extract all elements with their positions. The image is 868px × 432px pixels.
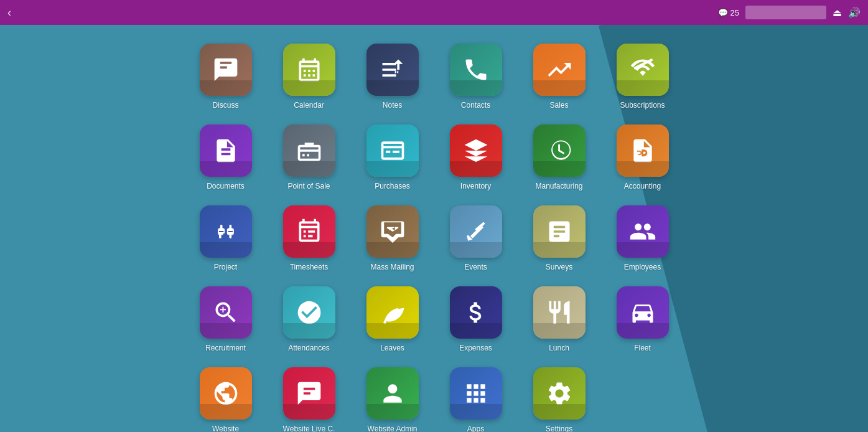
discuss-icon [200,44,252,96]
notes-icon [366,44,419,96]
app-item-documents[interactable]: Documents [189,124,263,199]
sales-label: Sales [549,101,568,110]
accounting-icon [617,124,669,177]
lunch-icon [533,286,586,339]
documents-icon [200,124,252,177]
pos-label: Point of Sale [287,182,330,190]
app-item-calendar[interactable]: Calendar [272,44,347,118]
project-label: Project [214,263,237,271]
timesheets-label: Timesheets [290,263,329,271]
app-item-pos[interactable]: Point of Sale [272,124,347,199]
purchases-label: Purchases [375,182,410,190]
attendances-label: Attendances [288,344,330,352]
app-item-manufacturing[interactable]: Manufacturing [522,124,597,199]
apps-label: Apps [467,425,484,432]
lunch-label: Lunch [549,344,569,352]
app-item-accounting[interactable]: Accounting [605,124,680,199]
project-icon [200,205,252,258]
contacts-label: Contacts [461,101,490,110]
app-item-subscriptions[interactable]: Subscriptions [605,44,680,118]
topbar: ‹ 💬 25 ⏏ 🔊 [0,0,868,25]
expenses-icon [450,286,502,339]
app-item-events[interactable]: Events [439,205,513,280]
inventory-icon [450,124,502,177]
websiteadmin-label: Website Admin [368,425,418,432]
back-button[interactable]: ‹ [7,6,11,19]
app-item-recruitment[interactable]: Recruitment [189,286,263,361]
recruitment-icon [200,286,252,339]
settings-icon [533,367,586,420]
messages-badge[interactable]: 💬 25 [718,8,739,17]
app-item-attendances[interactable]: Attendances [272,286,347,361]
timesheets-icon [283,205,335,258]
app-item-discuss[interactable]: Discuss [189,44,263,118]
app-item-websitelive[interactable]: Website Live C. [272,367,347,432]
app-item-purchases[interactable]: Purchases [355,124,430,199]
search-input[interactable] [745,6,826,19]
discuss-label: Discuss [212,101,238,110]
app-item-leaves[interactable]: Leaves [355,286,430,361]
websiteadmin-icon [366,367,419,420]
app-item-sales[interactable]: Sales [522,44,597,118]
fleet-label: Fleet [634,344,651,352]
manufacturing-icon [533,124,586,177]
app-item-employees[interactable]: Employees [605,205,680,280]
app-item-notes[interactable]: Notes [355,44,430,118]
settings-label: Settings [546,425,572,432]
apps-icon [450,367,502,420]
surveys-icon [533,205,586,258]
app-item-expenses[interactable]: Expenses [439,286,513,361]
app-grid: Discuss Calendar Notes Contacts [189,44,680,432]
subscriptions-label: Subscriptions [620,101,665,110]
app-item-project[interactable]: Project [189,205,263,280]
website-icon [200,367,252,420]
calendar-label: Calendar [294,101,324,110]
accounting-label: Accounting [624,182,661,190]
app-item-contacts[interactable]: Contacts [439,44,513,118]
contacts-icon [450,44,502,96]
surveys-label: Surveys [546,263,572,271]
events-label: Events [464,263,487,271]
app-item-fleet[interactable]: Fleet [605,286,680,361]
app-item-timesheets[interactable]: Timesheets [272,205,347,280]
app-item-apps[interactable]: Apps [439,367,513,432]
massmailing-icon [366,205,419,258]
app-item-massmailing[interactable]: Mass Mailing [355,205,430,280]
chat-icon: 💬 [718,8,728,17]
main-content: Discuss Calendar Notes Contacts [0,25,868,432]
app-item-surveys[interactable]: Surveys [522,205,597,280]
inventory-label: Inventory [460,182,491,190]
fleet-icon [617,286,669,339]
app-item-inventory[interactable]: Inventory [439,124,513,199]
events-icon [450,205,502,258]
leaves-label: Leaves [380,344,404,352]
recruitment-label: Recruitment [205,344,246,352]
app-item-settings[interactable]: Settings [522,367,597,432]
app-item-website[interactable]: Website [189,367,263,432]
website-label: Website [212,425,239,432]
manufacturing-label: Manufacturing [535,182,582,190]
app-item-lunch[interactable]: Lunch [522,286,597,361]
volume-icon[interactable]: 🔊 [848,7,861,19]
subscriptions-icon [617,44,669,96]
massmailing-label: Mass Mailing [370,263,414,271]
purchases-icon [366,124,419,177]
employees-icon [617,205,669,258]
documents-label: Documents [207,182,245,190]
notes-label: Notes [383,101,402,110]
employees-label: Employees [624,263,661,271]
websitelive-icon [283,367,335,420]
pos-icon [283,124,335,177]
attendances-icon [283,286,335,339]
expenses-label: Expenses [459,344,492,352]
message-count: 25 [730,8,739,17]
logout-icon[interactable]: ⏏ [833,7,842,19]
sales-icon [533,44,586,96]
calendar-icon [283,44,335,96]
leaves-icon [366,286,419,339]
app-item-websiteadmin[interactable]: Website Admin [355,367,430,432]
websitelive-label: Website Live C. [283,425,335,432]
